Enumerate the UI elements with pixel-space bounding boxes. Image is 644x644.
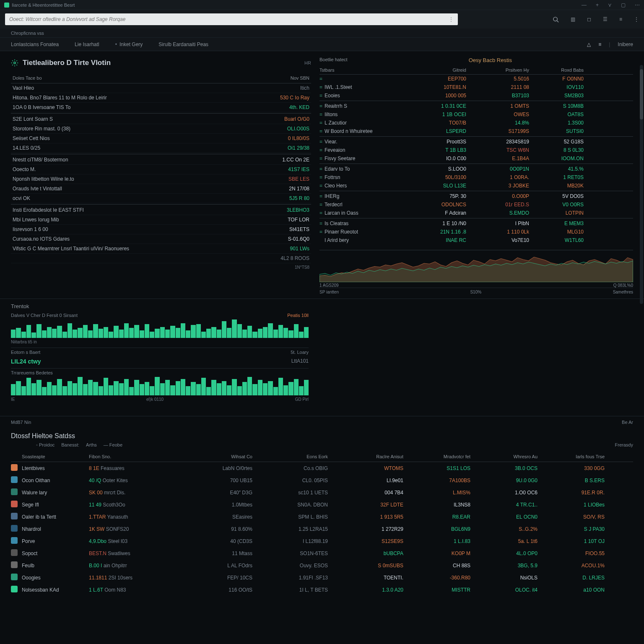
tab-2[interactable]: Lie Isarhatl — [75, 42, 99, 47]
right-row[interactable]: =Is Cleatras1 E 10 /N0I PIbNE MEM3 — [319, 218, 633, 228]
left-row[interactable]: Vifstic G C Mearntrer Lnsrl Taantiri ulV… — [11, 244, 311, 254]
bottom-row[interactable]: SopoctBEST.N Swatliwes11 MtassSO1N-6TESb… — [11, 547, 633, 559]
sparkline-2 — [11, 377, 309, 395]
app-icon — [4, 3, 9, 8]
left-row[interactable]: 1OA 0 B Iversoane TIS To4th. KED — [11, 103, 311, 112]
legend-1: ◦ Proidoc — [36, 442, 55, 447]
bcol-4: Eons Eork — [252, 454, 328, 459]
left-row[interactable]: S2E Lont Soarn SBuarl O/G0 — [11, 113, 311, 124]
export-icon[interactable]: △ — [587, 42, 591, 47]
left-row[interactable]: ocvi OK5J5 R 80 — [11, 194, 311, 203]
hr-label[interactable]: HR — [304, 60, 311, 65]
tab-1[interactable]: Lonlastcians Fonatea — [11, 42, 59, 47]
right-row[interactable]: =Pinaer Rueotot21N 1.16 .81 110 0LkMLG10 — [319, 228, 633, 236]
search-clear-icon[interactable]: ⋮ — [449, 16, 454, 22]
tab-right-link[interactable]: Inibere — [618, 42, 633, 47]
bottom-row[interactable]: Ooogies11.1811 2SI 10sersFEP/ 10CS1.91FI… — [11, 571, 633, 584]
tab-bar: Lonlastcians Fonatea Lie Isarhatl •Inket… — [0, 38, 644, 51]
left-rows: Vaol HleoItichHitona. Bno7 Blares 11 to … — [11, 83, 311, 263]
window-icon[interactable]: ◻ — [587, 16, 591, 22]
minimize-icon[interactable]: — — [582, 2, 587, 8]
list-icon[interactable]: ≡ — [598, 42, 601, 47]
right-row[interactable]: =Edarv to ToS.LOO00O0P1N41.5.% — [319, 164, 633, 173]
bcol-7: Whresro Au — [470, 454, 538, 459]
bottom-row[interactable]: Ltentbives8 1E FeasuaresLabN O/0rtesCo.s… — [11, 462, 633, 474]
box-right: 5t. Loary — [291, 350, 309, 355]
bottom-row[interactable]: Oaler ib ta Tertt1.TTAR YanasuthSEasires… — [11, 511, 633, 523]
scrollbar[interactable] — [640, 65, 643, 304]
scrollbar-thumb[interactable] — [640, 69, 643, 119]
left-row[interactable]: Storotore Rin mast. 0 (38)OLI.O00S — [11, 124, 311, 134]
bottom-row[interactable]: Nhardrol1K SW SONFS2091 8.60%1.25 L2RA15… — [11, 523, 633, 535]
panel-icon[interactable]: ▥ — [571, 16, 575, 22]
bottom-row[interactable]: Porve4,9.Dbo Steel l0340 (CD3SI L12f88.1… — [11, 535, 633, 547]
legend-right: Frerasdy — [615, 442, 633, 447]
bottom-row[interactable]: Ocon Oithan40 /Q Ooter Kites700 UB15CL0.… — [11, 474, 633, 486]
left-row[interactable]: 4L2 8 ROOS — [11, 254, 311, 263]
tab-3[interactable]: •Inket Gery — [115, 42, 143, 47]
left-row[interactable]: Nponsh Iitbetton Wilne le.toSBE LES — [11, 174, 311, 184]
right-row[interactable]: =Larcan in OassF AdciranS.EMDOLOTPIN — [319, 209, 633, 217]
right-row[interactable]: =W Boord n WhuireteeLSPERDS17199SSUTSI0 — [319, 127, 633, 135]
left-row[interactable]: Insti Erofabdeslot Ie EAST STFI3LEBHO3 — [11, 204, 311, 215]
left-panel-title: Tietlealibero D Tirte Vlotin — [23, 59, 111, 67]
left-row[interactable]: Ooecto M.41S7 IES — [11, 165, 311, 174]
maximize-icon[interactable]: ▢ — [621, 2, 626, 8]
bcol-5: Raclre Anisut — [328, 454, 403, 459]
close-icon[interactable]: ⋯ — [635, 2, 640, 8]
right-row[interactable]: =Fisvy SeetareIO.0 C00E.1B4AIOOM.ON — [319, 154, 633, 163]
right-row[interactable]: =TerdecrlODOLNCS01r EED.SV0 O0RS — [319, 200, 633, 209]
right-row[interactable]: =Viear.Proott3S2834S81952 G18S — [319, 136, 633, 146]
plus-icon[interactable]: + — [596, 2, 599, 8]
rcol-3: Prsitven Hy — [466, 68, 529, 73]
right-panel: Boetlie hatect Oesy Bacb Restis Tstbars … — [314, 51, 644, 299]
bottom-legend: ◦ Proidoc Banesst: Arths — Feobe Frerasd… — [11, 442, 633, 447]
right-row[interactable]: =Eooies1000 005B37103SM2B03 — [319, 91, 633, 100]
right-row[interactable]: =Fottrsn50L/31001 O0RA.1 RET0S — [319, 173, 633, 182]
right-row[interactable]: =Cleo HersSLO L13E3 JOBKEMB20K — [319, 182, 633, 190]
search-row: ⋮ ▥ ◻ ☰ ≡ ⋮ — [0, 10, 644, 29]
search-input[interactable] — [9, 16, 449, 22]
menu-icon[interactable]: ☰ — [603, 16, 608, 22]
left-row[interactable]: Hitona. Bno7 Blares 11 to M Rolo de Leir… — [11, 93, 311, 103]
right-row[interactable]: =Reaitrrh S1 0.31 0CE1 OMTSS 10M8B — [319, 101, 633, 110]
right-row[interactable]: =Iiltons1 1B OCEIOWESOAT8S — [319, 110, 633, 119]
svg-point-0 — [553, 17, 557, 21]
right-row[interactable]: =EEP7005.5016F O0NN0 — [319, 75, 633, 83]
filter-icon[interactable]: ⋎ — [608, 2, 612, 8]
left-row[interactable]: Vaol HleoItich — [11, 83, 311, 93]
bottom-row[interactable]: Sege Ifl11 49 Scoth3Oo1.0MtbesSN0A. DBON… — [11, 499, 633, 511]
left-row[interactable]: Nrestt ciTM8/ Bsotermon1.CC On 2E — [11, 154, 311, 165]
right-row[interactable]: =IHERg75P. 300.O00P5V DO0S — [319, 191, 633, 200]
axis-l: IE — [11, 397, 15, 402]
search-icon[interactable] — [553, 16, 559, 23]
left-row[interactable]: Cursaoa.no IOTS GdaresS-01.6Q0 — [11, 234, 311, 244]
bottom-header-right: Be Ar — [622, 420, 633, 425]
bcol-6: Mradvotcr fet — [403, 454, 470, 459]
more-icon[interactable]: ⋮ — [634, 16, 639, 22]
left-row[interactable]: Iisrevson 1 6 00St41ETS — [11, 225, 311, 234]
right-row[interactable]: Doatvter Tirwet.110,10E3L 0.0RALO500 — [319, 244, 633, 247]
bottom-table-header: Soasteapte Fibon Sno. Wihsat Co Eons Eor… — [11, 452, 633, 462]
left-row[interactable]: Seiiset Cett Nios0 IL80/0S — [11, 134, 311, 143]
bottom-row[interactable]: FeulbB.00 I ain OhpitrrL AL FOdrsOuvy. E… — [11, 559, 633, 571]
bcol-1: Soasteapte — [22, 454, 89, 459]
right-row[interactable]: =L ZacutiorTO07/B14.8%1.3S00 — [319, 119, 633, 127]
settings-icon[interactable]: ≡ — [619, 16, 622, 22]
right-row[interactable]: =IWL .1.Steet10TE81.N2111 08IOV110 — [319, 83, 633, 91]
bottom-row[interactable]: Nolsessban KAd1 L.6T Oom N83116 OO/tS1I … — [11, 584, 633, 596]
search-box[interactable]: ⋮ — [5, 13, 458, 25]
left-row[interactable]: Orauds Ivte t Vintottall2N 17/08 — [11, 184, 311, 194]
bottom-row[interactable]: Walure larySK 00 mrcrt Dis.E40″ D3Gsc10 … — [11, 486, 633, 499]
rcol-4: Roxd Babs — [529, 68, 584, 73]
left-row[interactable]: Mbi Lnwes Iorug MibTOF LOR — [11, 215, 311, 225]
right-row[interactable]: =FeveaionT 1B LB3TSC W6N8 S 0L30 — [319, 146, 633, 154]
tab-4[interactable]: Sirulb Eardanaiti Peas — [158, 42, 208, 47]
right-row[interactable]: I Arird beryINAE RCVo7E10W1TL60 — [319, 236, 633, 244]
box-right2: LttA101 — [291, 358, 309, 365]
dot-icon: • — [115, 42, 117, 47]
right-footer-far: Samethres — [613, 290, 633, 294]
left-row[interactable]: 14.LES 0/25Oi1 29/38 — [11, 143, 311, 153]
legend-2: Banesst: — [61, 442, 79, 447]
legend-3: Arths — [86, 442, 97, 447]
